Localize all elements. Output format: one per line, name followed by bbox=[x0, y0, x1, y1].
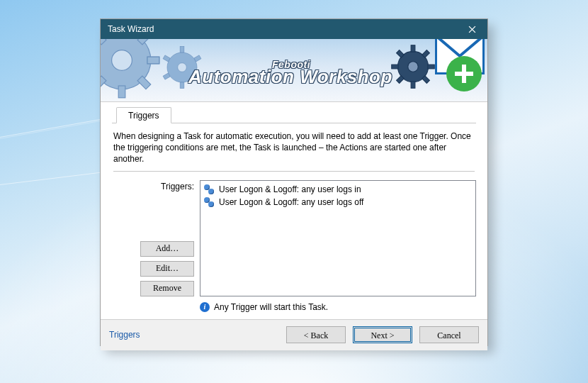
svg-rect-21 bbox=[411, 82, 415, 88]
back-button[interactable]: < Back bbox=[286, 326, 346, 343]
add-button[interactable]: Add… bbox=[140, 241, 194, 257]
list-item[interactable]: User Logon & Logoff: any user logs in bbox=[203, 183, 473, 196]
banner: Febooti Automation Workshop bbox=[101, 39, 487, 102]
svg-point-28 bbox=[408, 62, 418, 72]
footer: Triggers < Back Next > Cancel bbox=[101, 319, 487, 350]
remove-button[interactable]: Remove bbox=[140, 281, 194, 296]
close-icon bbox=[468, 26, 476, 33]
svg-rect-12 bbox=[180, 47, 184, 52]
tab-triggers[interactable]: Triggers bbox=[116, 107, 171, 123]
title-bar[interactable]: Task Wizard bbox=[101, 19, 487, 39]
user-logon-icon bbox=[203, 184, 215, 195]
gear-icon bbox=[101, 39, 164, 102]
info-icon: i bbox=[200, 302, 210, 312]
svg-point-18 bbox=[178, 63, 187, 72]
tab-strip: Triggers bbox=[112, 106, 476, 123]
edit-button[interactable]: Edit… bbox=[140, 261, 194, 277]
triggers-listbox[interactable]: User Logon & Logoff: any user logs in Us… bbox=[200, 180, 476, 296]
svg-rect-26 bbox=[392, 65, 398, 69]
svg-rect-13 bbox=[180, 82, 184, 88]
task-wizard-window: Task Wizard bbox=[100, 18, 488, 346]
triggers-label: Triggers: bbox=[161, 182, 194, 192]
gear-icon bbox=[388, 41, 439, 92]
user-logon-icon bbox=[203, 196, 215, 208]
help-link-triggers[interactable]: Triggers bbox=[109, 330, 140, 340]
description-text: When designing a Task for automatic exec… bbox=[113, 131, 475, 172]
svg-rect-23 bbox=[428, 65, 434, 69]
list-item[interactable]: User Logon & Logoff: any user logs off bbox=[203, 196, 473, 209]
window-title: Task Wizard bbox=[108, 24, 154, 34]
next-button[interactable]: Next > bbox=[353, 326, 412, 343]
close-button[interactable] bbox=[456, 19, 487, 39]
plus-badge-icon bbox=[446, 56, 482, 91]
cancel-button[interactable]: Cancel bbox=[419, 326, 479, 343]
info-text: Any Trigger will start this Task. bbox=[214, 302, 328, 312]
list-item-label: User Logon & Logoff: any user logs in bbox=[219, 184, 361, 194]
svg-point-10 bbox=[112, 50, 132, 71]
list-item-label: User Logon & Logoff: any user logs off bbox=[219, 197, 363, 207]
svg-rect-2 bbox=[118, 86, 125, 98]
brand-line2: Automation Workshop bbox=[188, 66, 392, 88]
svg-rect-20 bbox=[411, 45, 415, 52]
desktop-background: Task Wizard bbox=[0, 0, 588, 383]
